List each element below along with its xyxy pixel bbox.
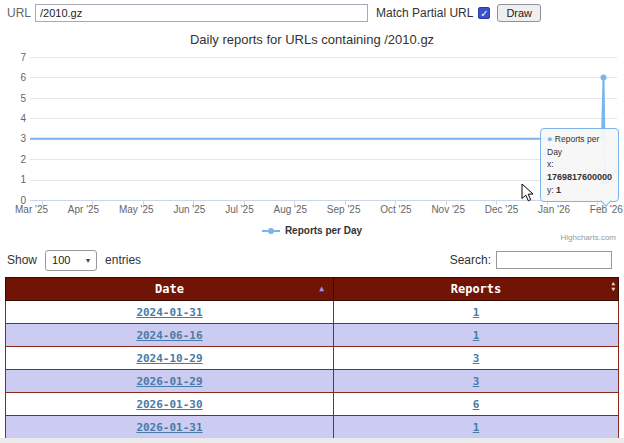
y-tick-label: 7 — [0, 52, 26, 63]
column-header-date-label: Date — [155, 282, 184, 296]
reports-cell: 1 — [334, 416, 619, 439]
entries-label: entries — [105, 253, 141, 267]
series-line[interactable] — [30, 77, 605, 179]
reports-cell: 1 — [334, 324, 619, 347]
x-tick-label: Jul '25 — [225, 204, 254, 215]
reports-cell: 3 — [334, 370, 619, 393]
x-tick-label: Dec '25 — [485, 204, 519, 215]
date-link[interactable]: 2024-06-16 — [136, 329, 202, 342]
highcharts-credit[interactable]: Highcharts.com — [560, 233, 616, 242]
reports-link[interactable]: 3 — [473, 375, 480, 388]
table-row: 2024-06-16 1 — [6, 324, 619, 347]
x-tick-label: May '25 — [119, 204, 154, 215]
y-tick-label: 6 — [0, 72, 26, 83]
date-cell: 2026-01-29 — [6, 370, 334, 393]
date-cell: 2024-06-16 — [6, 324, 334, 347]
x-tick-label: Jun '25 — [173, 204, 205, 215]
reports-cell: 3 — [334, 347, 619, 370]
date-cell: 2024-01-31 — [6, 301, 334, 324]
x-tick-label: Jan '26 — [538, 204, 570, 215]
table-controls: Show 100 ▾ entries Search: — [0, 247, 624, 273]
legend-item-reports-per-day[interactable]: Reports per Day — [0, 225, 624, 236]
x-tick-label: Apr '25 — [68, 204, 99, 215]
table-row: 2026-01-30 6 — [6, 393, 619, 416]
date-cell: 2026-01-31 — [6, 416, 334, 439]
y-tick-label: 1 — [0, 174, 26, 185]
date-cell: 2026-01-30 — [6, 393, 334, 416]
x-tick-label: Mar '25 — [15, 204, 48, 215]
y-tick-label: 5 — [0, 93, 26, 104]
date-link[interactable]: 2026-01-30 — [136, 398, 202, 411]
sort-ascending-icon: ▲ — [319, 284, 324, 293]
draw-button[interactable]: Draw — [497, 4, 541, 22]
reports-cell: 6 — [334, 393, 619, 416]
date-link[interactable]: 2024-01-31 — [136, 306, 202, 319]
chart-title: Daily reports for URLs containing /2010.… — [0, 32, 624, 47]
url-label: URL — [7, 6, 31, 20]
reports-link[interactable]: 1 — [473, 306, 480, 319]
url-input[interactable] — [35, 4, 368, 22]
column-header-date[interactable]: Date ▲ — [6, 278, 334, 301]
y-tick-label: 4 — [0, 113, 26, 124]
reports-link[interactable]: 1 — [473, 421, 480, 434]
tooltip-series-name: Reports per Day — [547, 134, 599, 157]
table-row: 2024-01-31 1 — [6, 301, 619, 324]
tooltip-x-label: x: — [547, 159, 554, 169]
date-link[interactable]: 2026-01-29 — [136, 375, 202, 388]
x-tick-label: Aug '25 — [273, 204, 307, 215]
date-link[interactable]: 2024-10-29 — [136, 352, 202, 365]
reports-cell: 1 — [334, 301, 619, 324]
match-partial-label: Match Partial URL — [376, 6, 473, 20]
column-header-reports[interactable]: Reports ▲ ▼ — [334, 278, 619, 301]
legend-marker-icon — [262, 230, 280, 232]
toolbar: URL Match Partial URL ✓ Draw — [0, 0, 624, 26]
tooltip-y-label: y: — [547, 185, 554, 195]
chevron-down-icon: ▾ — [86, 256, 90, 265]
mouse-cursor-icon — [521, 183, 534, 202]
data-point-marker[interactable] — [601, 74, 607, 80]
x-tick-label: Oct '25 — [380, 204, 411, 215]
date-link[interactable]: 2026-01-31 — [136, 421, 202, 434]
table-row: 2024-10-29 3 — [6, 347, 619, 370]
column-header-reports-label: Reports — [451, 282, 502, 296]
x-tick-label: Sep '25 — [327, 204, 361, 215]
tooltip-x-value: 1769817600000 — [547, 172, 612, 182]
checkmark-icon: ✓ — [480, 8, 488, 19]
chart-tooltip: ● Reports per Day x: 1769817600000 y: 1 — [540, 128, 619, 202]
table-row: 2026-01-31 1 — [6, 416, 619, 439]
entries-select[interactable]: 100 ▾ — [45, 250, 97, 271]
y-tick-label: 3 — [0, 133, 26, 144]
table-row: 2026-01-29 3 — [6, 370, 619, 393]
series-bullet-icon: ● — [547, 134, 552, 144]
reports-link[interactable]: 1 — [473, 329, 480, 342]
entries-selected-value: 100 — [52, 254, 70, 266]
legend-label: Reports per Day — [285, 225, 362, 236]
x-tick-label: Nov '25 — [431, 204, 465, 215]
reports-chart: Daily reports for URLs containing /2010.… — [0, 26, 624, 246]
match-partial-checkbox[interactable]: ✓ — [478, 7, 490, 19]
x-axis-labels: Mar '25 Apr '25 May '25 Jun '25 Jul '25 … — [15, 204, 623, 215]
page-bottom-margin — [0, 438, 624, 443]
date-cell: 2024-10-29 — [6, 347, 334, 370]
table-header-row: Date ▲ Reports ▲ ▼ — [6, 278, 619, 301]
search-input[interactable] — [496, 251, 612, 269]
reports-table: Date ▲ Reports ▲ ▼ 2024-01-31 1 2024-06-… — [5, 277, 619, 439]
show-label: Show — [7, 253, 37, 267]
tooltip-y-value: 1 — [556, 185, 561, 195]
reports-link[interactable]: 6 — [473, 398, 480, 411]
plot-area — [30, 57, 617, 200]
y-tick-label: 2 — [0, 154, 26, 165]
sort-both-icon: ▲ ▼ — [611, 280, 615, 291]
reports-link[interactable]: 3 — [473, 352, 480, 365]
search-area: Search: — [450, 251, 612, 269]
search-label: Search: — [450, 253, 491, 267]
